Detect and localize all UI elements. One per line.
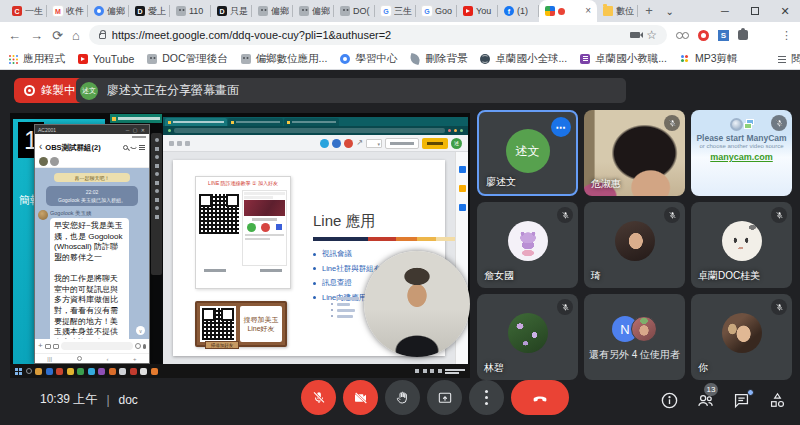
overflow-count-label: 還有另外 4 位使用者 (589, 348, 680, 362)
portrait-dark-avatar (615, 221, 655, 261)
extensions-puzzle-icon[interactable] (738, 30, 748, 40)
participants-button[interactable]: 13 (696, 391, 715, 410)
share-facebook-icon (332, 139, 341, 148)
mic-off-icon (557, 207, 573, 223)
phone-status-bar (35, 134, 149, 140)
slide-sub-bullets (331, 297, 359, 321)
mic-off-icon (664, 207, 680, 223)
tab-6[interactable]: D只是 (211, 0, 252, 22)
maximize-button[interactable] (740, 0, 770, 22)
back-icon[interactable]: ← (8, 29, 21, 42)
tab-5[interactable]: 110 (170, 0, 211, 22)
camera-permission-icon[interactable] (630, 32, 640, 38)
presenter-webcam-overlay (364, 251, 470, 357)
address-bar[interactable]: https://meet.google.com/ddq-voue-cuy?pli… (89, 25, 667, 45)
tile-危淑惠[interactable]: 危淑惠 (584, 110, 685, 196)
mic-off-button[interactable] (301, 380, 336, 415)
bookmark-star-icon[interactable]: ☆ (646, 29, 657, 41)
bookmark-4[interactable]: 偏鄉數位應用... (241, 52, 328, 66)
camera-off-button[interactable] (343, 380, 378, 415)
tile-overflow[interactable]: N還有另外 4 位使用者 (584, 294, 685, 380)
tile-廖述文[interactable]: 述文⋯廖述文 (477, 110, 578, 196)
end-call-button[interactable] (511, 380, 569, 415)
browser-tab-strip: C一生M收件偏鄉D愛上110D只是偏鄉偏鄉DO(G三生GGooYouf(1)×數… (0, 0, 800, 22)
tab-search-chevron-icon[interactable]: ⌄ (666, 6, 674, 17)
tile-你[interactable]: 你 (691, 294, 792, 380)
taskbar-app-icon (151, 368, 158, 375)
bookmark-6[interactable]: 刪除背景 (410, 52, 467, 66)
manycam-text: manycam.com (710, 152, 773, 162)
chat-member-avatars (35, 155, 149, 168)
tab-3[interactable]: 偏鄉 (88, 0, 129, 22)
google-icon: G (381, 6, 391, 16)
taskbar-app-icon (88, 368, 95, 375)
tab-2[interactable]: M收件 (47, 0, 88, 22)
tab-11[interactable]: GGoo (416, 0, 457, 22)
forward-icon[interactable]: → (30, 29, 43, 42)
meeting-details-button[interactable] (660, 391, 679, 410)
bookmark-9[interactable]: MP3剪輯 (680, 52, 738, 66)
tile-詹女國[interactable]: 詹女國 (477, 202, 578, 288)
activities-button[interactable] (768, 391, 787, 410)
tab-1[interactable]: C一生 (6, 0, 47, 22)
bookmark-7[interactable]: 卓蘭國小全球... (480, 52, 567, 66)
screen-share-stage: 1 簡報 AC2001 ─ ▢ ✕ ‹ OBS測試群組(2) 再一起聊天吧！ (10, 113, 470, 378)
tile-林碧[interactable]: 林碧 (477, 294, 578, 380)
tab-7[interactable]: 偏鄉 (252, 0, 293, 22)
bookmark-3[interactable]: DOC管理後台 (147, 52, 227, 66)
tab-12[interactable]: You (457, 0, 498, 22)
tile-menu-button[interactable]: ⋯ (551, 117, 571, 137)
robot-icon (340, 6, 350, 16)
more-options-button[interactable] (469, 380, 504, 415)
blue-ring-icon (340, 54, 350, 64)
s-extension-icon[interactable]: S (718, 30, 729, 41)
tab-15[interactable]: 數位 (597, 0, 638, 22)
bookmark-1[interactable]: 應用程式 (8, 52, 65, 66)
slide-title: Line 應用 (313, 212, 376, 231)
tile-琦[interactable]: 琦 (584, 202, 685, 288)
meeting-code: doc (119, 393, 138, 407)
taskbar-app-icon (98, 368, 105, 375)
bookmark-5[interactable]: 學習中心 (340, 52, 397, 66)
chat-button[interactable] (732, 391, 751, 410)
tab-9[interactable]: DO( (334, 0, 375, 22)
tile-卓蘭DOC桂美[interactable]: 卓蘭DOC桂美 (691, 202, 792, 288)
chat-input-bar: + (35, 339, 149, 353)
participant-name: 詹女國 (484, 269, 514, 283)
tab-8[interactable]: 偏鄉 (293, 0, 334, 22)
taskbar-app-icon (56, 368, 63, 375)
purple-doc-icon (580, 54, 590, 64)
present-screen-button[interactable] (427, 380, 462, 415)
tab-close-icon[interactable]: × (585, 6, 591, 16)
call-icon (130, 144, 137, 151)
bookmark-2[interactable]: YouTube (78, 53, 134, 65)
raise-hand-button[interactable] (385, 380, 420, 415)
tile-manycam[interactable]: Please start ManyCamor choose another vi… (691, 110, 792, 196)
browser-menu-icon[interactable]: ⋮ (781, 29, 792, 42)
folder-icon (603, 6, 613, 16)
facebook-icon: f (504, 6, 514, 16)
new-tab-button[interactable]: + (638, 0, 660, 22)
profile-avatar[interactable] (757, 28, 772, 43)
reading-list-button[interactable]: 閱讀清單 (777, 52, 800, 66)
close-window-button[interactable]: ✕ (770, 0, 800, 22)
meeting-info: 10:39 上午 | doc (40, 391, 138, 408)
glasses-extension-icon[interactable] (676, 32, 689, 38)
initials-avatar: 述文 (506, 129, 550, 173)
tab-4[interactable]: D愛上 (129, 0, 170, 22)
home-icon[interactable]: ⌂ (72, 29, 80, 42)
participant-count-badge: 13 (704, 383, 718, 396)
feather-icon (409, 52, 421, 64)
tab-13[interactable]: f(1) (498, 0, 539, 22)
reload-icon[interactable]: ⟳ (52, 29, 63, 42)
taskbar-app-icon (77, 368, 84, 375)
minimize-button[interactable]: ─ (710, 0, 740, 22)
red-o-extension-icon[interactable] (698, 30, 709, 41)
robot-icon (147, 54, 157, 64)
record-icon (24, 85, 35, 96)
participant-name: 林碧 (484, 361, 504, 375)
tab-meet-active[interactable]: × (539, 0, 597, 22)
bookmark-8[interactable]: 卓蘭國小教職... (580, 52, 667, 66)
tab-10[interactable]: G三生 (375, 0, 416, 22)
google-icon: G (422, 6, 432, 16)
